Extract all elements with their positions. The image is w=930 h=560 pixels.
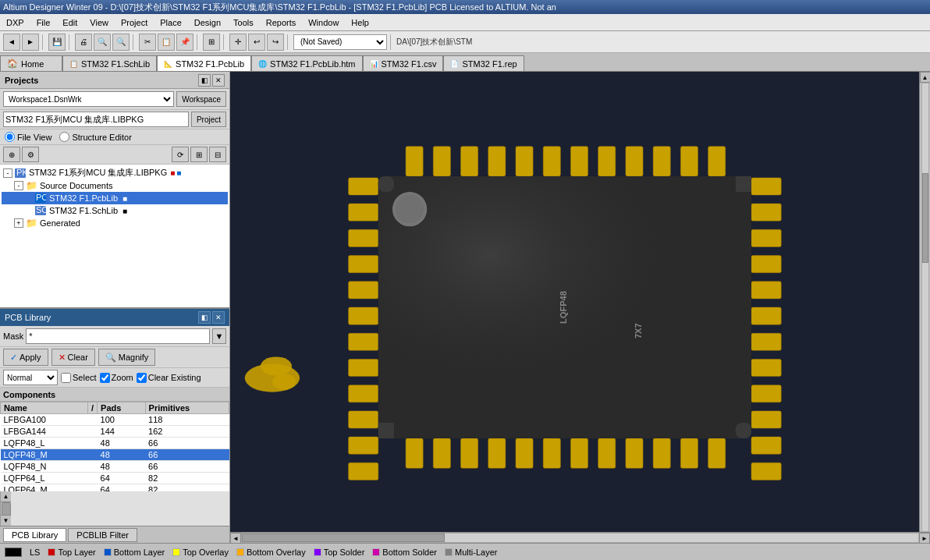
- svg-rect-52: [751, 333, 781, 350]
- clear-button[interactable]: ✕ Clear: [51, 349, 95, 366]
- menu-dxp[interactable]: DXP: [0, 16, 30, 29]
- tab-pcblib[interactable]: 📐 STM32 F1.PcbLib: [157, 55, 251, 71]
- workspace-button[interactable]: Workspace: [176, 91, 226, 107]
- toolbar-sep3: [133, 34, 136, 50]
- svg-text:PKG: PKG: [16, 168, 26, 177]
- projects-float-btn[interactable]: ◧: [198, 74, 211, 87]
- radio-fileview[interactable]: File View: [5, 132, 51, 142]
- pcb-scroll-up[interactable]: ▲: [920, 72, 931, 83]
- hscroll-thumb[interactable]: [242, 533, 445, 542]
- pcb-chip-view: LQFP48 7X7: [230, 72, 919, 543]
- hscroll-left-btn[interactable]: ◄: [230, 533, 241, 544]
- tree-generated-label: Generated: [40, 218, 80, 228]
- tree-source-docs[interactable]: - 📁 Source Documents: [2, 179, 228, 192]
- normal-select[interactable]: Normal: [3, 370, 58, 385]
- iconbar-settings-btn[interactable]: ⚙: [22, 147, 39, 162]
- magnify-button[interactable]: 🔍 Magnify: [98, 349, 156, 366]
- components-table-container[interactable]: Name / Pads Primitives LFBGA100 100 118 …: [0, 402, 229, 491]
- toolbar-copy-btn[interactable]: 📋: [158, 34, 175, 51]
- col-name[interactable]: Name: [1, 402, 88, 414]
- tab-home[interactable]: 🏠 Home: [0, 55, 62, 71]
- svg-text:PCB: PCB: [36, 193, 46, 202]
- toolbar-zoom-in-btn[interactable]: 🔍: [94, 34, 111, 51]
- hscroll-track[interactable]: [241, 533, 919, 543]
- pcblib-float-btn[interactable]: ◧: [198, 311, 211, 324]
- hscroll-right-btn[interactable]: ►: [919, 533, 930, 544]
- projects-close-btn[interactable]: ✕: [212, 74, 225, 87]
- components-section: Name / Pads Primitives LFBGA100 100 118 …: [0, 402, 229, 526]
- iconbar-refresh-btn[interactable]: ⟳: [172, 147, 189, 162]
- clear-existing-checkbox[interactable]: Clear Existing: [137, 373, 201, 383]
- pcb-canvas[interactable]: LQFP48 7X7: [230, 72, 919, 543]
- radio-structview[interactable]: Structure Editor: [59, 132, 131, 142]
- toolbar-undo-btn[interactable]: ↩: [248, 34, 265, 51]
- table-row[interactable]: LFBGA100 100 118: [1, 414, 229, 426]
- iconbar-add-btn[interactable]: ⊕: [3, 147, 20, 162]
- scroll-up-btn[interactable]: ▲: [1, 491, 11, 502]
- menu-reports[interactable]: Reports: [260, 16, 303, 29]
- menu-design[interactable]: Design: [188, 16, 227, 29]
- col-pads[interactable]: Pads: [98, 402, 146, 414]
- not-saved-combo[interactable]: (Not Saved): [293, 34, 387, 50]
- table-row[interactable]: LQFP64_M 64 82: [1, 484, 229, 492]
- tab-rep[interactable]: 📄 STM32 F1.rep: [443, 55, 524, 71]
- workspace-combo[interactable]: Workspace1.DsnWrk: [3, 91, 174, 107]
- menu-file[interactable]: File: [30, 16, 57, 29]
- tree-root-expander[interactable]: -: [3, 168, 12, 178]
- table-row[interactable]: LQFP64_L 64 82: [1, 473, 229, 484]
- col-slash[interactable]: /: [88, 402, 98, 414]
- menu-view[interactable]: View: [83, 16, 115, 29]
- tab-schlib[interactable]: 📋 STM32 F1.SchLib: [62, 55, 157, 71]
- table-scrollbar[interactable]: ▲ ▼: [0, 491, 11, 526]
- toolbar-back-btn[interactable]: ◄: [3, 34, 20, 51]
- toolbar-print-btn[interactable]: 🖨: [75, 34, 92, 51]
- toolbar-redo-btn[interactable]: ↪: [267, 34, 284, 51]
- toolbar-fwd-btn[interactable]: ►: [22, 34, 39, 51]
- tree-schlib-file[interactable]: SCH STM32 F1.SchLib ■: [2, 204, 228, 217]
- menu-edit[interactable]: Edit: [56, 16, 83, 29]
- iconbar-layout-btn[interactable]: ⊟: [209, 147, 226, 162]
- svg-rect-45: [349, 463, 378, 480]
- magnify-icon: 🔍: [105, 353, 116, 363]
- col-primitives[interactable]: Primitives: [145, 402, 229, 414]
- tree-generated[interactable]: + 📁 Generated: [2, 217, 228, 229]
- mask-input[interactable]: [26, 328, 210, 344]
- toolbar-grid-btn[interactable]: ⊞: [203, 34, 220, 51]
- svg-rect-10: [406, 147, 423, 176]
- menu-help[interactable]: Help: [345, 16, 375, 29]
- tree-root[interactable]: - PKG STM32 F1系列MCU 集成库.LIBPKG ■ ■: [2, 166, 228, 179]
- tree-source-expander[interactable]: -: [14, 181, 23, 190]
- tree-pcblib-file[interactable]: PCB STM32 F1.PcbLib ■: [2, 192, 228, 204]
- select-checkbox[interactable]: Select: [61, 373, 97, 383]
- toolbar-sep5: [223, 34, 226, 50]
- scroll-down-btn[interactable]: ▼: [1, 515, 11, 526]
- tree-generated-expander[interactable]: +: [14, 218, 23, 228]
- pcb-vscroll[interactable]: ▲ ▼: [919, 72, 930, 543]
- apply-button[interactable]: ✓ Apply: [3, 349, 48, 366]
- pcb-vscroll-track[interactable]: [921, 83, 929, 532]
- pcb-vscroll-thumb[interactable]: [922, 173, 928, 263]
- table-row[interactable]: LQFP48_M 48 66: [1, 449, 229, 461]
- zoom-checkbox[interactable]: Zoom: [100, 373, 133, 383]
- tab-pcblib-htm[interactable]: 🌐 STM32 F1.PcbLib.htm: [251, 55, 362, 71]
- svg-rect-12: [461, 147, 478, 176]
- menu-place[interactable]: Place: [154, 16, 188, 29]
- project-button[interactable]: Project: [191, 112, 226, 127]
- toolbar-save-btn[interactable]: 💾: [48, 34, 66, 51]
- iconbar-expand-btn[interactable]: ⊞: [190, 147, 208, 162]
- toolbar-cross-btn[interactable]: ✛: [229, 34, 247, 51]
- toolbar-paste-btn[interactable]: 📌: [176, 34, 193, 51]
- menu-window[interactable]: Window: [302, 16, 345, 29]
- table-row[interactable]: LQFP48_N 48 66: [1, 461, 229, 473]
- pcblib-close-btn[interactable]: ✕: [212, 311, 225, 324]
- menu-project[interactable]: Project: [115, 16, 154, 29]
- menu-tools[interactable]: Tools: [227, 16, 260, 29]
- table-row[interactable]: LFBGA144 144 162: [1, 426, 229, 438]
- toolbar-zoom-out-btn[interactable]: 🔍: [112, 34, 130, 51]
- mask-dropdown[interactable]: ▼: [212, 328, 226, 344]
- toolbar-cut-btn[interactable]: ✂: [139, 34, 156, 51]
- svg-rect-29: [598, 438, 616, 468]
- tab-csv[interactable]: 📊 STM32 F1.csv: [363, 55, 444, 71]
- table-row[interactable]: LQFP48_L 48 66: [1, 438, 229, 449]
- svg-text:LQFP48: LQFP48: [559, 291, 568, 324]
